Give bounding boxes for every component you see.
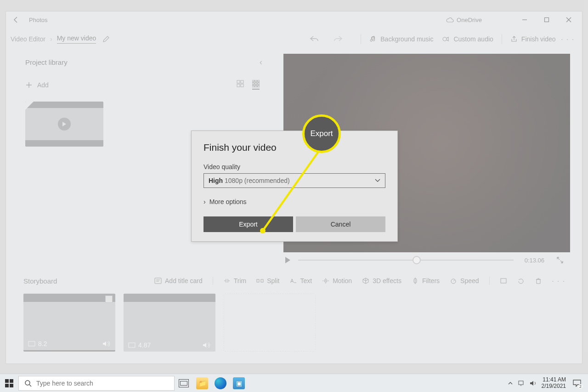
svg-rect-10 [252,83,254,85]
text-icon: A [289,278,297,284]
motion-button[interactable]: Motion [319,276,355,285]
fullscreen-button[interactable] [556,256,564,264]
video-quality-label: Video quality [204,163,385,170]
task-view-button[interactable] [175,374,193,392]
svg-text:A: A [290,278,294,284]
chevron-down-icon [375,179,380,182]
clip-duration: 8.2 [38,340,47,347]
svg-rect-6 [241,84,243,87]
rename-button[interactable] [102,35,110,43]
grid-small-icon[interactable] [252,80,260,90]
back-button[interactable] [11,14,22,25]
action-center-button[interactable]: 2 [571,377,583,390]
breadcrumb-root[interactable]: Video Editor [11,35,45,43]
delete-button[interactable] [532,276,545,285]
svg-rect-33 [10,379,13,383]
redo-button[interactable] [333,35,343,43]
cloud-icon [446,17,454,23]
resize-button[interactable] [497,277,510,285]
storyboard-clip[interactable]: 4.87 [124,294,215,352]
edge-button[interactable] [211,374,230,392]
svg-rect-9 [258,80,260,82]
close-button[interactable] [558,13,579,27]
export-button[interactable]: Export [204,216,293,232]
storyboard-more-button[interactable]: · · · [549,276,568,285]
breadcrumb-current[interactable]: My new video [57,34,96,44]
rotate-button[interactable] [514,277,527,285]
timeline-scrubber[interactable] [298,260,514,261]
minimize-button[interactable] [514,13,535,27]
add-title-card-button[interactable]: Add title card [152,276,205,285]
svg-rect-35 [10,384,13,387]
tutorial-callout: Export [302,114,341,153]
svg-rect-38 [519,381,523,385]
chevron-right-icon: › [50,35,52,43]
add-media-button[interactable]: Add [25,81,49,89]
storyboard-clip[interactable]: 8.2 [23,294,115,352]
onedrive-label: OneDrive [457,17,482,23]
duration-icon [128,342,136,348]
taskbar: Type here to search 📁 ▣ 11:41 AM 2/19/20… [0,374,588,392]
filters-button[interactable]: Filters [409,276,442,285]
background-music-button[interactable]: Background music [365,34,438,45]
undo-button[interactable] [309,35,319,43]
svg-point-23 [325,280,326,281]
network-icon[interactable] [518,380,525,386]
speed-icon [450,278,457,284]
cancel-button[interactable]: Cancel [296,216,385,232]
collapse-library-button[interactable]: ‹ [260,57,266,67]
play-overlay-icon [58,118,71,131]
grid-large-icon[interactable] [237,80,244,90]
search-placeholder: Type here to search [36,380,93,387]
breadcrumb: Video Editor › My new video [11,34,96,44]
onedrive-button[interactable]: OneDrive [446,17,482,23]
finish-video-button[interactable]: Finish video [506,34,560,45]
svg-rect-1 [545,18,549,22]
volume-icon[interactable] [102,341,111,347]
storyboard-panel: Storyboard Add title card Trim Split ATe… [12,272,576,359]
svg-rect-7 [252,80,254,82]
svg-rect-13 [252,85,254,87]
svg-line-37 [29,385,31,386]
time-display: 0:13.06 [525,257,544,264]
speed-button[interactable]: Speed [447,276,481,285]
svg-rect-29 [129,343,135,347]
tray-overflow-icon[interactable] [508,381,513,386]
start-button[interactable] [0,374,18,392]
photos-taskbar-button[interactable]: ▣ [230,374,248,392]
svg-point-36 [25,381,30,385]
svg-rect-20 [261,279,263,282]
plus-icon [25,81,33,89]
trim-button[interactable]: Trim [220,276,249,285]
filters-icon [412,278,419,284]
dialog-title: Finish your video [204,142,385,153]
play-button[interactable] [283,256,292,264]
maximize-button[interactable] [536,13,557,27]
clip-checkbox[interactable] [105,295,113,303]
volume-tray-icon[interactable] [530,380,537,386]
svg-rect-34 [5,384,9,387]
clock[interactable]: 11:41 AM 2/19/2021 [542,377,566,390]
more-options-toggle[interactable]: › More options [204,198,385,205]
playback-bar: 0:13.06 [283,256,573,264]
duration-icon [28,341,35,347]
volume-icon[interactable] [203,342,211,348]
svg-rect-4 [241,80,243,83]
3d-effects-button[interactable]: 3D effects [359,276,404,285]
split-button[interactable]: Split [254,276,282,285]
svg-rect-3 [237,80,240,83]
library-media-thumb[interactable] [25,102,103,147]
taskbar-search[interactable]: Type here to search [18,376,175,391]
scrubber-knob[interactable] [413,256,421,264]
text-button[interactable]: AText [287,276,315,285]
svg-rect-15 [258,85,260,87]
cube-icon [362,278,369,284]
svg-rect-8 [255,80,257,82]
more-button[interactable]: · · · [560,35,576,43]
storyboard-drop-target[interactable] [224,294,316,352]
video-quality-select[interactable]: High 1080p (recommended) [204,173,385,188]
file-explorer-button[interactable]: 📁 [193,374,211,392]
custom-audio-button[interactable]: Custom audio [438,34,498,45]
svg-rect-28 [28,341,35,346]
trim-icon [223,278,231,284]
